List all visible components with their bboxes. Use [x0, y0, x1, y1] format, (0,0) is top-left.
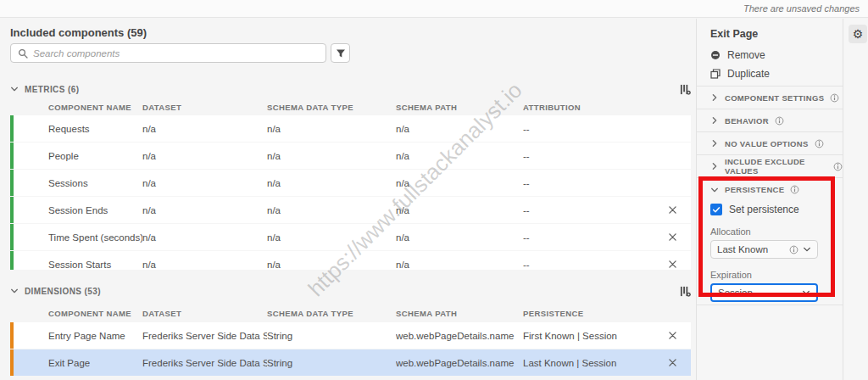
- component-name-cell: Sessions: [48, 178, 142, 188]
- duplicate-icon: [710, 69, 721, 79]
- accordion-label: BEHAVIOR: [725, 116, 769, 126]
- last-cell: --: [523, 178, 662, 188]
- chevron-right-icon: [710, 162, 719, 170]
- search-components-input[interactable]: [33, 48, 319, 59]
- remove-component-button[interactable]: [662, 254, 682, 271]
- panel-actions: RemoveDuplicate: [710, 46, 836, 83]
- component-detail-panel: Exit Page RemoveDuplicate COMPONENT SETT…: [697, 19, 843, 380]
- accordion-persistence[interactable]: PERSISTENCE: [697, 178, 843, 201]
- table-row[interactable]: Requestsn/an/an/a--: [10, 115, 691, 142]
- component-name-cell: People: [48, 151, 142, 161]
- search-components-box[interactable]: [10, 43, 326, 63]
- allocation-value: Last Known: [717, 244, 785, 254]
- component-name-cell: Session Ends: [48, 205, 142, 215]
- schema-path-cell: n/a: [396, 151, 523, 161]
- expiration-dropdown[interactable]: Session: [710, 283, 818, 302]
- last-cell: First Known | Session: [523, 331, 662, 341]
- table-row[interactable]: Session Endsn/an/an/a--: [10, 197, 691, 223]
- column-settings-icon: [680, 84, 691, 95]
- dimensions-section-label: DIMENSIONS (53): [25, 287, 101, 296]
- checkbox-checked-icon[interactable]: [710, 204, 722, 215]
- last-cell: --: [523, 205, 662, 215]
- metrics-section-header[interactable]: METRICS (6): [10, 82, 691, 96]
- table-row[interactable]: Sessionsn/an/an/a--: [10, 170, 691, 196]
- remove-button[interactable]: Remove: [710, 46, 836, 64]
- table-row[interactable]: Entry Page NameFrederiks Server Side Dat…: [10, 322, 691, 349]
- table-row[interactable]: Peoplen/an/an/a--: [10, 142, 691, 169]
- schema-type-cell: String: [267, 358, 396, 368]
- accordion-label: PERSISTENCE: [725, 185, 784, 194]
- schema-type-cell: n/a: [267, 232, 396, 243]
- allocation-dropdown[interactable]: Last Known: [710, 240, 818, 259]
- dataset-cell: n/a: [142, 205, 267, 215]
- included-components-title: Included components (59): [10, 26, 147, 39]
- dataset-cell: n/a: [142, 178, 267, 188]
- table-settings-button[interactable]: [680, 84, 691, 95]
- filter-icon: [336, 48, 346, 59]
- panel-toolbar-column: ⚙: [844, 19, 868, 380]
- duplicate-button[interactable]: Duplicate: [710, 64, 836, 83]
- set-persistence-label: Set persistence: [729, 204, 799, 215]
- component-name-cell: Entry Page Name: [48, 331, 142, 341]
- schema-type-cell: n/a: [267, 151, 396, 161]
- dataset-cell: n/a: [142, 232, 267, 243]
- accordion-component-settings[interactable]: COMPONENT SETTINGS: [697, 86, 843, 109]
- accordion-include-exclude-values[interactable]: INCLUDE EXCLUDE VALUES: [697, 154, 843, 177]
- remove-component-button[interactable]: [662, 227, 682, 248]
- action-label: Duplicate: [727, 68, 770, 80]
- column-header-metrics: DATASET: [142, 103, 267, 112]
- chevron-down-icon: [10, 287, 19, 295]
- allocation-label: Allocation: [710, 226, 843, 237]
- column-header-metrics: SCHEMA DATA TYPE: [267, 103, 396, 112]
- info-icon: [775, 116, 784, 126]
- column-header-metrics: ATTRIBUTION: [523, 103, 662, 112]
- remove-component-button[interactable]: [662, 326, 682, 346]
- column-header-dimensions: PERSISTENCE: [523, 309, 662, 318]
- column-header-dimensions: SCHEMA PATH: [396, 309, 523, 318]
- schema-path-cell: n/a: [396, 232, 523, 243]
- accordion-label: COMPONENT SETTINGS: [725, 93, 824, 103]
- chevron-down-icon: [802, 288, 810, 297]
- settings-gear-button[interactable]: ⚙: [849, 25, 867, 43]
- accordion-no-value-options[interactable]: NO VALUE OPTIONS: [697, 131, 843, 154]
- remove-component-button[interactable]: [662, 353, 682, 373]
- included-components-panel: Included components (59) METRICS (6) COM…: [0, 19, 697, 380]
- schema-path-cell: n/a: [396, 178, 523, 188]
- search-icon: [18, 48, 28, 59]
- spacer: [662, 173, 682, 193]
- dimensions-section-header[interactable]: DIMENSIONS (53): [10, 284, 691, 298]
- action-label: Remove: [727, 49, 765, 61]
- spacer: [662, 119, 682, 139]
- chevron-down-icon: [710, 186, 719, 194]
- remove-component-button[interactable]: [662, 200, 682, 221]
- last-cell: --: [523, 151, 662, 161]
- info-icon: [833, 162, 843, 171]
- dimensions-table-header: COMPONENT NAMEDATASETSCHEMA DATA TYPESCH…: [10, 304, 691, 322]
- column-header-metrics: SCHEMA PATH: [396, 103, 523, 112]
- filter-button[interactable]: [331, 43, 350, 63]
- table-row[interactable]: Exit PageFrederiks Server Side Data SetS…: [10, 349, 691, 376]
- accordion-label: INCLUDE EXCLUDE VALUES: [725, 157, 827, 176]
- dataset-cell: Frederiks Server Side Data Set: [142, 331, 267, 341]
- component-name-cell: Time Spent (seconds): [48, 232, 142, 243]
- info-icon: [790, 185, 799, 194]
- table-row[interactable]: Time Spent (seconds)n/an/an/a--: [10, 224, 691, 250]
- column-settings-icon: [680, 286, 691, 297]
- info-icon: [830, 93, 839, 103]
- info-icon: [815, 139, 824, 148]
- top-bar: There are unsaved changes: [0, 0, 868, 18]
- chevron-right-icon: [710, 139, 719, 148]
- table-settings-button[interactable]: [680, 286, 691, 297]
- chevron-right-icon: [710, 93, 719, 102]
- table-row[interactable]: Session Startsn/an/an/a--: [10, 251, 691, 270]
- info-icon: [789, 245, 798, 254]
- metrics-section-label: METRICS (6): [25, 85, 79, 94]
- column-header-dimensions: SCHEMA DATA TYPE: [267, 309, 396, 318]
- set-persistence-checkbox-row[interactable]: Set persistence: [710, 204, 843, 215]
- schema-path-cell: n/a: [396, 205, 523, 215]
- schema-type-cell: n/a: [267, 178, 396, 188]
- chevron-down-icon: [10, 85, 19, 93]
- metrics-table-header: COMPONENT NAMEDATASETSCHEMA DATA TYPESCH…: [10, 97, 691, 117]
- chevron-down-icon: [803, 245, 811, 254]
- accordion-behavior[interactable]: BEHAVIOR: [697, 109, 843, 131]
